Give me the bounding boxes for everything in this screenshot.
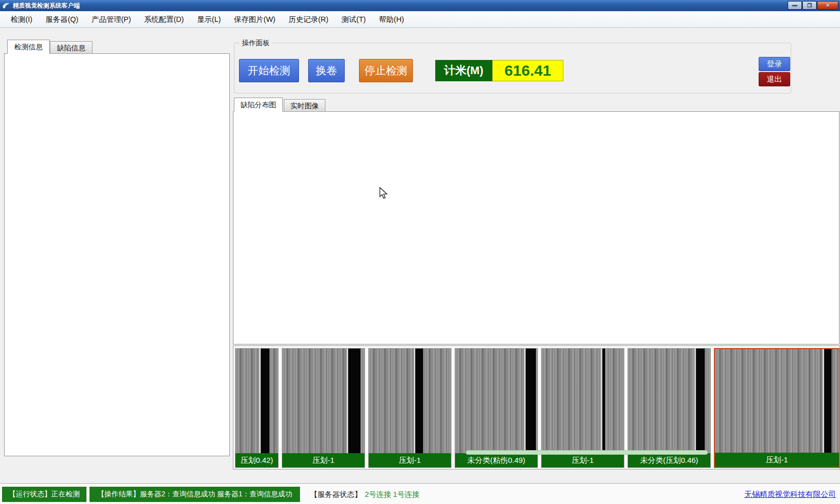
defect-thumbnail-image bbox=[235, 349, 278, 454]
thumbnail-item[interactable]: 压划-1 bbox=[282, 348, 365, 468]
thumbnail-label: 压划-1 bbox=[282, 453, 365, 467]
start-detect-button[interactable]: 开始检测 bbox=[239, 59, 299, 82]
menu-item[interactable]: 测试(T) bbox=[335, 11, 373, 27]
menu-item[interactable]: 历史记录(R) bbox=[282, 11, 335, 27]
server-status-value: 2号连接 1号连接 bbox=[365, 490, 419, 499]
maximize-button[interactable]: ❐ bbox=[802, 1, 817, 10]
app-icon bbox=[2, 2, 10, 9]
application-window: 精质视觉检测系统客户端 — ❐ ✕ 检测(I)服务器(Q)产品管理(P)系统配置… bbox=[0, 0, 840, 504]
company-link[interactable]: 无锡精质视觉科技有限公司 bbox=[744, 490, 836, 499]
tab-defect-info[interactable]: 缺陷信息 bbox=[50, 41, 93, 54]
tab-detect-info[interactable]: 检测信息 bbox=[7, 40, 50, 54]
tab-defect-distribution[interactable]: 缺陷分布图 bbox=[234, 98, 283, 112]
run-status-badge: 【运行状态】正在检测 bbox=[2, 487, 86, 502]
defect-thumbnail-image bbox=[282, 349, 365, 454]
menu-item[interactable]: 帮助(H) bbox=[372, 11, 410, 27]
defect-thumbnail-image bbox=[715, 349, 839, 455]
meter-count-label: 计米(M) bbox=[435, 60, 492, 81]
defect-thumbnail-strip: 压划-1未分类(压划0.46)压划-1未分类(粘伤0.49)压划-1压划-1压划… bbox=[233, 345, 840, 469]
meter-count-value: 616.41 bbox=[492, 60, 563, 81]
menu-item[interactable]: 产品管理(P) bbox=[85, 11, 137, 27]
operation-panel-title: 操作面板 bbox=[239, 39, 272, 48]
exit-button[interactable]: 退出 bbox=[759, 72, 790, 86]
defect-thumbnail-image bbox=[455, 349, 537, 454]
thumbnail-strip-scrollbar[interactable] bbox=[466, 450, 708, 455]
tab-realtime-image[interactable]: 实时图像 bbox=[284, 99, 325, 112]
menu-item[interactable]: 检测(I) bbox=[4, 11, 39, 27]
thumbnail-label: 压划0.42) bbox=[235, 453, 278, 467]
status-bar: 【运行状态】正在检测 【操作结果】服务器2：查询信息成功 服务器1：查询信息成功… bbox=[0, 483, 840, 504]
minimize-button[interactable]: — bbox=[788, 1, 802, 10]
thumbnail-label: 未分类(压划0.46) bbox=[628, 453, 710, 467]
thumbnail-label: 压划-1 bbox=[369, 453, 451, 467]
close-button[interactable]: ✕ bbox=[817, 1, 838, 10]
stop-detect-button[interactable]: 停止检测 bbox=[359, 59, 413, 82]
login-button[interactable]: 登录 bbox=[759, 57, 790, 71]
menu-item[interactable]: 系统配置(D) bbox=[137, 11, 190, 27]
menu-item[interactable]: 显示(L) bbox=[191, 11, 228, 27]
server-status-label: 【服务器状态】 bbox=[310, 490, 362, 499]
window-title: 精质视觉检测系统客户端 bbox=[13, 2, 80, 10]
title-bar[interactable]: 精质视觉检测系统客户端 — ❐ ✕ bbox=[0, 0, 840, 11]
thumbnail-label: 压划-1 bbox=[542, 453, 624, 467]
defect-thumbnail-image bbox=[369, 349, 451, 454]
server-status: 【服务器状态】 2号连接 1号连接 bbox=[310, 487, 419, 502]
operation-result-badge: 【操作结果】服务器2：查询信息成功 服务器1：查询信息成功 bbox=[89, 487, 300, 502]
thumbnail-label: 未分类(粘伤0.49) bbox=[455, 453, 537, 467]
defect-thumbnail-image bbox=[628, 349, 710, 454]
thumbnail-item[interactable]: 压划-1 bbox=[714, 348, 840, 468]
thumbnail-item[interactable]: 压划0.42) bbox=[235, 348, 279, 468]
chart-tab-page bbox=[233, 111, 839, 344]
thumbnail-label: 压划-1 bbox=[715, 453, 839, 467]
left-tab-panel bbox=[4, 53, 230, 456]
menu-item[interactable]: 服务器(Q) bbox=[39, 11, 85, 27]
thumbnail-item[interactable]: 压划-1 bbox=[368, 348, 452, 468]
menu-bar: 检测(I)服务器(Q)产品管理(P)系统配置(D)显示(L)保存图片(W)历史记… bbox=[0, 11, 840, 28]
change-roll-button[interactable]: 换卷 bbox=[308, 59, 345, 82]
defect-thumbnail-image bbox=[542, 349, 624, 454]
menu-item[interactable]: 保存图片(W) bbox=[227, 11, 282, 27]
